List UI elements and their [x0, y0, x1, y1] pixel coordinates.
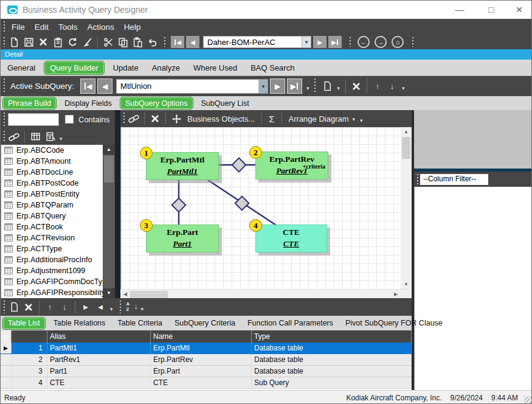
tab-subquery-criteria[interactable]: SubQuery Criteria — [168, 317, 241, 329]
table-list-button[interactable] — [28, 130, 43, 144]
row-down-button[interactable]: ↓ — [57, 301, 72, 314]
list-item[interactable]: Erp.ABCCode — [1, 145, 103, 156]
tab-phrase-build[interactable]: Phrase Build — [2, 97, 57, 110]
canvas-horizontal-scrollbar[interactable]: ◀ ▶ — [120, 289, 412, 298]
clipboard-button[interactable] — [50, 35, 65, 49]
minimize-button[interactable]: — — [449, 1, 470, 19]
scrollbar-thumb[interactable] — [402, 137, 410, 159]
column-filter-combo[interactable]: --Column Filter-- — [420, 174, 488, 185]
table-row[interactable]: 4 CTE CTE Sub Query — [1, 377, 412, 389]
column-header-type[interactable]: Type — [252, 330, 412, 343]
diagram-node-cte[interactable]: 4 CTE CTE — [255, 225, 327, 252]
clear-button[interactable] — [80, 35, 94, 49]
menu-edit[interactable]: Edit — [30, 23, 54, 32]
refresh-button[interactable] — [65, 35, 80, 49]
indent-left-button[interactable]: ◀ — [93, 301, 108, 314]
new-query-button[interactable] — [7, 35, 21, 49]
cut-button[interactable] — [101, 35, 116, 49]
list-item[interactable]: Erp.ABTQParam — [1, 200, 103, 211]
toolbar-grip[interactable] — [2, 78, 5, 94]
close-button[interactable]: × — [509, 1, 530, 19]
toolbar-grip[interactable] — [122, 113, 125, 125]
sum-button[interactable]: Σ — [265, 114, 278, 124]
back-button[interactable]: ← — [358, 36, 370, 48]
forward-button[interactable]: → — [375, 36, 387, 48]
home-button[interactable]: ⌂ — [392, 36, 404, 48]
left-splitter[interactable] — [115, 110, 120, 298]
row-selector[interactable] — [1, 366, 12, 377]
toolbar-grip[interactable] — [119, 301, 122, 313]
toolbar-grip[interactable] — [163, 37, 166, 47]
remove-node-button[interactable] — [148, 112, 162, 125]
next-record-button[interactable]: ▶ — [313, 36, 326, 48]
paste-button[interactable] — [130, 35, 145, 49]
tab-display-fields[interactable]: Display Fields — [58, 97, 118, 110]
previous-subquery-button[interactable]: ◀ — [97, 78, 112, 94]
sort-dropdown-icon[interactable]: ▾ — [141, 306, 144, 312]
table-row[interactable]: 3 Part1 Erp.Part Database table — [1, 366, 412, 377]
add-row-button[interactable] — [7, 301, 21, 314]
column-header-name[interactable]: Name — [151, 330, 252, 343]
new-subquery-button[interactable] — [320, 80, 335, 93]
table-list-scrollbar[interactable]: ▲ ▼ — [103, 145, 115, 298]
copy-button[interactable] — [116, 35, 130, 49]
tab-query-builder[interactable]: Query Builder — [44, 61, 104, 75]
toolbar-grip[interactable] — [416, 174, 419, 184]
next-subquery-button[interactable]: ▶ — [270, 78, 285, 94]
save-button[interactable] — [21, 35, 36, 49]
previous-record-button[interactable]: ◀ — [186, 36, 199, 48]
row-selector[interactable] — [1, 377, 12, 388]
menu-actions[interactable]: Actions — [83, 23, 119, 32]
column-header-alias[interactable]: Alias — [47, 330, 151, 343]
overflow-dropdown-icon[interactable]: ▾ — [60, 136, 63, 142]
diagram-node-partrev[interactable]: 2 Erp.PartRev +criteria PartRev1 — [255, 152, 328, 179]
overflow-dropdown-icon[interactable]: ▾ — [306, 85, 309, 91]
list-item[interactable]: Erp.ABTPostEntity — [1, 189, 103, 200]
menu-help[interactable]: Help — [119, 23, 146, 32]
scroll-left-icon[interactable]: ◀ — [120, 290, 130, 299]
undo-button[interactable] — [145, 35, 159, 49]
toolbar-grip[interactable] — [2, 113, 5, 126]
move-diagram-button[interactable] — [169, 112, 184, 125]
new-subquery-dropdown-icon[interactable]: ▾ — [337, 85, 340, 91]
toolbar-grip[interactable] — [348, 37, 351, 47]
list-item[interactable]: Erp.AdditionalProcInfo — [1, 254, 103, 265]
chevron-down-icon[interactable]: ▾ — [302, 37, 311, 47]
subquery-combo[interactable]: MtlUnion ▾ — [116, 79, 268, 94]
indent-right-button[interactable]: ▶ — [78, 301, 93, 314]
list-item[interactable]: Erp.AGAFIPCommDocType — [1, 276, 103, 287]
overflow-dropdown-icon[interactable]: ▾ — [402, 85, 405, 91]
scrollbar-thumb[interactable] — [104, 156, 114, 183]
arrange-dropdown-icon[interactable]: ▾ — [353, 116, 356, 122]
tab-table-criteria[interactable]: Table Criteria — [111, 317, 168, 329]
add-relation-button[interactable] — [126, 112, 141, 125]
list-item[interactable]: Erp.ACTRevision — [1, 232, 103, 243]
column-header-num[interactable]: # — [1, 330, 47, 343]
tab-table-list[interactable]: Table List — [2, 317, 46, 330]
tab-where-used[interactable]: Where Used — [187, 61, 244, 75]
tab-function-call-parameters[interactable]: Function Call Parameters — [241, 317, 339, 329]
toolbar-grip[interactable] — [2, 131, 5, 142]
move-down-button[interactable]: ↓ — [385, 80, 399, 93]
overflow-dropdown-icon[interactable]: ▾ — [360, 117, 363, 124]
row-selector[interactable] — [1, 354, 12, 365]
list-item[interactable]: Erp.ABTDocLine — [1, 167, 103, 178]
toolbar-grip[interactable] — [314, 78, 317, 94]
canvas-vertical-scrollbar[interactable]: ▲ ▼ — [401, 127, 412, 289]
tab-pivot-subquery-for-clause[interactable]: Pivot SubQuery FOR Clause — [339, 317, 449, 329]
table-row[interactable]: ▶ 1 PartMtl1 Erp.PartMtl Database table — [1, 343, 412, 354]
move-up-button[interactable]: ↑ — [370, 80, 385, 93]
sort-az-button[interactable]: AZ ↓ — [126, 302, 139, 313]
first-subquery-button[interactable]: ◀ — [80, 78, 95, 94]
last-subquery-button[interactable]: ▶ — [287, 78, 302, 94]
delete-subquery-button[interactable] — [349, 80, 364, 93]
toolbar-grip[interactable] — [2, 37, 5, 47]
list-item[interactable]: Erp.ABTQuery — [1, 211, 103, 221]
tab-baq-search[interactable]: BAQ Search — [244, 61, 301, 75]
query-diagram-canvas[interactable]: 1 Erp.PartMtl PartMtl1 2 Erp.PartRev +cr… — [120, 127, 401, 289]
maximize-button[interactable]: □ — [481, 1, 502, 19]
toolbar-grip[interactable] — [2, 21, 5, 32]
diagram-node-part[interactable]: 3 Erp.Part Part1 — [146, 225, 219, 252]
list-item[interactable]: Erp.ACTType — [1, 243, 103, 254]
menu-file[interactable]: File — [7, 23, 30, 32]
